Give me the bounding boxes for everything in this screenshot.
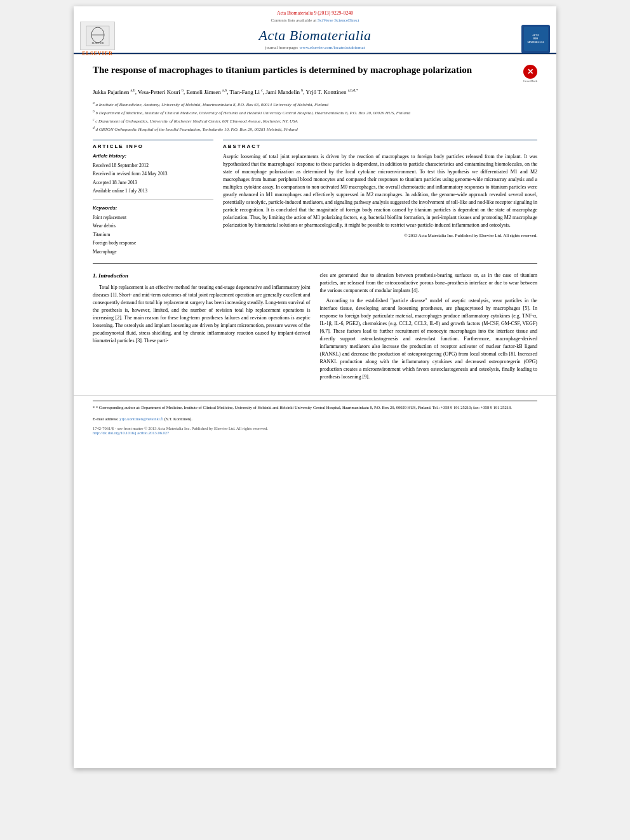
info-divider: [93, 199, 213, 200]
elsevier-logo: ELSEVIER ELSEVIER: [80, 22, 115, 57]
revised-date: Received in revised form 24 May 2013: [93, 170, 213, 178]
affiliation-c: c c Department of Orthopedics, Universit…: [93, 117, 537, 125]
acta-logo-inner: ACTABIOMATERIALIA: [524, 27, 548, 51]
page: Acta Biomaterialia 9 (2013) 9229–9240 Co…: [74, 6, 556, 768]
introduction-columns: 1. Introduction Total hip replacement is…: [93, 272, 537, 383]
keyword-1: Joint replacement: [93, 213, 213, 222]
authors: Jukka Pajarinen a,b, Vesa-Petteri Kouri …: [93, 88, 537, 97]
authors-text: Jukka Pajarinen a,b, Vesa-Petteri Kouri …: [93, 89, 358, 95]
acta-logo: ACTABIOMATERIALIA: [521, 25, 550, 53]
header-line: [74, 53, 556, 54]
footnote-star: * * Corresponding author at: Department …: [93, 401, 537, 411]
keyword-5: Macrophage: [93, 248, 213, 257]
email-address[interactable]: yrjo.konttinen@helsinki.fi: [119, 417, 163, 421]
intro-para-2: cles are generated due to abrasion betwe…: [320, 272, 538, 295]
article-title-section: The response of macrophages to titanium …: [93, 63, 537, 83]
keyword-4: Foreign body response: [93, 239, 213, 248]
keyword-3: Titanium: [93, 230, 213, 239]
intro-section-title: 1. Introduction: [93, 272, 311, 281]
abstract-heading: ABSTRACT: [223, 143, 537, 149]
copyright-line: © 2013 Acta Materialia Inc. Published by…: [223, 233, 537, 238]
intro-para-3: According to the established "particle d…: [320, 297, 538, 381]
article-title: The response of macrophages to titanium …: [93, 63, 517, 77]
sciverse-bar: Contents lists available at SciVerse Sci…: [74, 18, 556, 23]
received-date: Received 18 September 2012: [93, 161, 213, 170]
homepage-link[interactable]: www.elsevier.com/locate/actabiomat: [300, 45, 365, 50]
accepted-date: Accepted 18 June 2013: [93, 178, 213, 187]
acta-logo-text: ACTABIOMATERIALIA: [527, 34, 544, 44]
keywords-label: Keywords:: [93, 205, 213, 211]
affiliation-d: d d ORTON Orthopaedic Hospital of the In…: [93, 125, 537, 133]
footer-bottom: 1742-7061/$ - see front matter © 2013 Ac…: [93, 426, 537, 435]
crossmark: ✕ CrossMark: [523, 65, 537, 83]
doi-line[interactable]: http://dx.doi.org/10.1016/j.actbio.2013.…: [93, 430, 537, 435]
intro-para-1: Total hip replacement is an effective me…: [93, 284, 311, 345]
footer: * * Corresponding author at: Department …: [74, 395, 556, 440]
sciverse-text: Contents lists available at: [271, 18, 317, 23]
svg-text:ELSEVIER: ELSEVIER: [91, 41, 104, 44]
affiliation-a: a a Institute of Biomedicine, Anatomy, U…: [93, 100, 537, 109]
keyword-2: Wear debris: [93, 222, 213, 230]
elsevier-name: ELSEVIER: [82, 51, 112, 57]
article-info-heading: ARTICLE INFO: [93, 143, 213, 149]
article-history-label: Article history:: [93, 153, 213, 159]
affiliation-b: b b Department of Medicine, Institute of…: [93, 109, 537, 117]
issn-line: 1742-7061/$ - see front matter © 2013 Ac…: [93, 426, 537, 430]
journal-homepage: journal homepage: www.elsevier.com/locat…: [80, 45, 550, 50]
info-abstract-columns: ARTICLE INFO Article history: Received 1…: [93, 140, 537, 257]
email-note: (Y.T. Konttinen).: [164, 417, 192, 421]
abstract-column: ABSTRACT Aseptic loosening of total join…: [223, 140, 537, 257]
crossmark-label: CrossMark: [523, 79, 537, 83]
email-footnote: E-mail address: yrjo.konttinen@helsinki.…: [93, 413, 537, 422]
journal-title-center: Acta Biomaterialia journal homepage: www…: [80, 27, 550, 50]
available-date: Available online 1 July 2013: [93, 187, 213, 196]
journal-title: Acta Biomaterialia: [80, 27, 550, 44]
abstract-text: Aseptic loosening of total joint replace…: [223, 153, 537, 229]
elsevier-emblem: ELSEVIER: [80, 22, 115, 50]
sciverse-link[interactable]: SciVerse ScienceDirect: [318, 18, 359, 23]
journal-logo-row: ELSEVIER ELSEVIER Acta Biomaterialia jou…: [74, 25, 556, 53]
email-label: E-mail address:: [93, 417, 119, 421]
crossmark-icon: ✕: [523, 65, 537, 79]
journal-header: Acta Biomaterialia 9 (2013) 9229–9240 Co…: [74, 6, 556, 55]
article-content: The response of macrophages to titanium …: [74, 55, 556, 390]
affiliations: a a Institute of Biomedicine, Anatomy, U…: [93, 100, 537, 133]
intro-left-col: 1. Introduction Total hip replacement is…: [93, 272, 311, 383]
article-info-column: ARTICLE INFO Article history: Received 1…: [93, 140, 213, 257]
journal-ref: Acta Biomaterialia 9 (2013) 9229–9240: [74, 10, 556, 16]
intro-right-col: cles are generated due to abrasion betwe…: [320, 272, 538, 383]
body-divider: [93, 263, 537, 264]
